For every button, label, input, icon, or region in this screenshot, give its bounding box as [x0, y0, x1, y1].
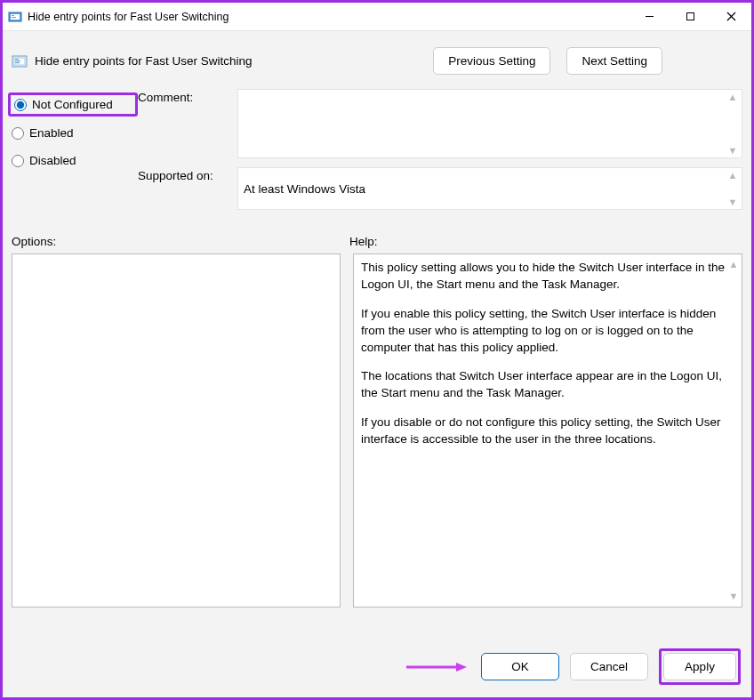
svg-rect-3 — [12, 17, 16, 18]
radio-not-configured-input[interactable] — [14, 99, 27, 111]
radio-disabled[interactable]: Disabled — [8, 149, 138, 172]
help-scrollbar[interactable]: ▲ ▼ — [727, 258, 740, 603]
scroll-down-icon[interactable]: ▼ — [727, 590, 740, 603]
svg-marker-13 — [456, 663, 467, 672]
next-setting-button[interactable]: Next Setting — [566, 47, 662, 75]
cancel-button[interactable]: Cancel — [570, 653, 648, 680]
help-pane: This policy setting allows you to hide t… — [353, 253, 742, 607]
help-paragraph: This policy setting allows you to hide t… — [361, 260, 734, 294]
help-paragraph: The locations that Switch User interface… — [361, 368, 734, 402]
policy-header-icon — [12, 53, 28, 69]
previous-setting-button[interactable]: Previous Setting — [433, 47, 550, 75]
policy-icon — [8, 10, 22, 24]
apply-button[interactable]: Apply — [663, 653, 736, 680]
supported-value: At least Windows Vista — [244, 182, 365, 196]
titlebar: Hide entry points for Fast User Switchin… — [3, 3, 751, 31]
help-paragraph: If you disable or do not configure this … — [361, 414, 734, 448]
supported-label: Supported on: — [138, 167, 237, 182]
scroll-up-icon[interactable]: ▲ — [726, 92, 740, 102]
scroll-down-icon[interactable]: ▼ — [726, 145, 740, 156]
maximize-button[interactable] — [670, 3, 710, 31]
supported-scrollbar[interactable]: ▲ ▼ — [726, 170, 740, 207]
svg-rect-5 — [686, 13, 694, 20]
svg-rect-2 — [12, 15, 14, 16]
svg-rect-12 — [15, 62, 20, 63]
options-pane — [12, 253, 341, 607]
annotation-arrow-icon — [405, 661, 467, 673]
radio-label: Enabled — [29, 126, 74, 140]
fields-column: Comment: ▲ ▼ Supported on: At least Wind… — [138, 89, 742, 219]
supported-on-box: At least Windows Vista ▲ ▼ — [237, 167, 742, 210]
radio-enabled[interactable]: Enabled — [8, 122, 138, 144]
config-area: Not Configured Enabled Disabled Comment:… — [3, 84, 751, 219]
comment-textarea[interactable]: ▲ ▼ — [237, 89, 742, 158]
scroll-down-icon[interactable]: ▼ — [726, 197, 740, 207]
radio-label: Disabled — [29, 154, 76, 167]
svg-rect-10 — [15, 59, 19, 60]
group-policy-dialog: Hide entry points for Fast User Switchin… — [0, 0, 754, 700]
state-radio-group: Not Configured Enabled Disabled — [8, 89, 138, 219]
radio-enabled-input[interactable] — [12, 127, 24, 140]
scroll-up-icon[interactable]: ▲ — [726, 170, 740, 181]
ok-button[interactable]: OK — [481, 653, 559, 680]
close-button[interactable] — [710, 3, 751, 31]
comment-scrollbar[interactable]: ▲ ▼ — [726, 92, 740, 156]
svg-rect-11 — [15, 60, 20, 61]
radio-not-configured[interactable]: Not Configured — [8, 93, 138, 117]
policy-title: Hide entry points for Fast User Switchin… — [35, 54, 253, 68]
minimize-button[interactable] — [629, 3, 670, 31]
options-label: Options: — [12, 235, 349, 248]
section-labels: Options: Help: — [3, 219, 751, 253]
titlebar-title: Hide entry points for Fast User Switchin… — [28, 11, 229, 23]
dialog-footer: OK Cancel Apply — [3, 634, 751, 697]
scroll-up-icon[interactable]: ▲ — [727, 258, 740, 271]
help-label: Help: — [349, 235, 378, 248]
radio-disabled-input[interactable] — [12, 155, 24, 167]
comment-label: Comment: — [138, 89, 237, 104]
help-paragraph: If you enable this policy setting, the S… — [361, 306, 734, 357]
radio-label: Not Configured — [32, 98, 113, 111]
apply-highlight: Apply — [659, 648, 741, 685]
content-panes: This policy setting allows you to hide t… — [3, 253, 751, 634]
header-row: Hide entry points for Fast User Switchin… — [3, 31, 751, 84]
